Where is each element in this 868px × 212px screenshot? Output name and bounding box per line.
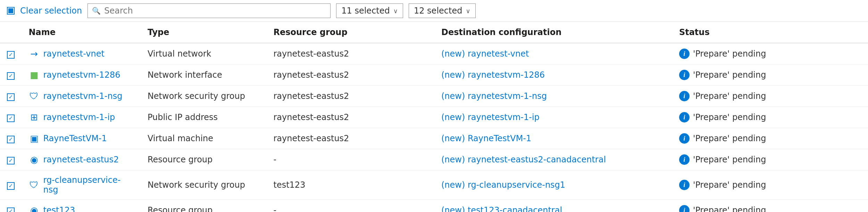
info-icon[interactable]: i xyxy=(679,70,690,80)
resource-group: raynetest-eastus2 xyxy=(267,65,434,86)
destination-config-link[interactable]: (new) raynetestvm-1286 xyxy=(441,70,545,80)
info-icon[interactable]: i xyxy=(679,154,690,165)
resource-name-link[interactable]: test123 xyxy=(43,205,75,212)
row-checkbox[interactable] xyxy=(7,207,15,212)
resource-type: Network interface xyxy=(141,65,267,86)
table-row: ■raynetestvm-1286Network interfaceraynet… xyxy=(0,65,868,86)
resource-type: Network security group xyxy=(141,170,267,200)
resource-name-link[interactable]: raynetestvm-1-nsg xyxy=(43,91,122,101)
destination-config-link[interactable]: (new) raynetest-vnet xyxy=(441,49,529,59)
status-text: 'Prepare' pending xyxy=(693,91,766,101)
destination-config-link[interactable]: (new) raynetestvm-1-nsg xyxy=(441,91,547,101)
destination-config-link[interactable]: (new) raynetestvm-1-ip xyxy=(441,112,540,122)
status-text: 'Prepare' pending xyxy=(693,180,766,190)
info-icon[interactable]: i xyxy=(679,49,690,59)
resource-type: Resource group xyxy=(141,149,267,170)
region-filter-dropdown[interactable]: 12 selected ∨ xyxy=(409,3,476,18)
info-icon[interactable]: i xyxy=(679,180,690,190)
info-icon[interactable]: i xyxy=(679,91,690,101)
status-text: 'Prepare' pending xyxy=(693,134,766,143)
resource-type-icon: ◉ xyxy=(28,154,40,165)
destination-config-link[interactable]: (new) RayneTestVM-1 xyxy=(441,134,531,143)
resource-group: raynetest-eastus2 xyxy=(267,43,434,65)
resource-type-icon: ⊞ xyxy=(28,112,40,123)
info-icon[interactable]: i xyxy=(679,112,690,122)
resource-type-icon: ◉ xyxy=(28,205,40,212)
table-row: 🛡rg-cleanupservice-nsgNetwork security g… xyxy=(0,170,868,200)
table-row: ◉test123Resource group-(new) test123-can… xyxy=(0,200,868,212)
region-filter-label: 12 selected xyxy=(414,6,462,16)
resource-group: raynetest-eastus2 xyxy=(267,107,434,128)
search-box: 🔍 xyxy=(87,3,331,18)
type-filter-label: 11 selected xyxy=(341,6,390,16)
destination-config-link[interactable]: (new) raynetest-eastus2-canadacentral xyxy=(441,155,606,164)
table-row: →raynetest-vnetVirtual networkraynetest-… xyxy=(0,43,868,65)
resource-name-link[interactable]: raynetestvm-1286 xyxy=(43,70,120,80)
toolbar: Clear selection 🔍 11 selected ∨ 12 selec… xyxy=(0,0,868,22)
status-text: 'Prepare' pending xyxy=(693,49,766,59)
resource-type: Resource group xyxy=(141,200,267,212)
chevron-down-icon: ∨ xyxy=(393,7,398,15)
table-row: 🛡raynetestvm-1-nsgNetwork security group… xyxy=(0,86,868,107)
resource-type-icon: → xyxy=(28,48,40,59)
info-icon[interactable]: i xyxy=(679,205,690,212)
row-checkbox[interactable] xyxy=(7,51,15,59)
table-container: Name Type Resource group Destination con… xyxy=(0,22,868,212)
resource-type: Public IP address xyxy=(141,107,267,128)
type-filter-dropdown[interactable]: 11 selected ∨ xyxy=(336,3,403,18)
table-row: ▣RayneTestVM-1Virtual machineraynetest-e… xyxy=(0,128,868,149)
row-checkbox[interactable] xyxy=(7,72,15,80)
destination-config-link[interactable]: (new) rg-cleanupservice-nsg1 xyxy=(441,180,565,190)
table-row: ◉raynetest-eastus2Resource group-(new) r… xyxy=(0,149,868,170)
select-all-checkbox[interactable] xyxy=(7,7,15,15)
info-icon[interactable]: i xyxy=(679,133,690,144)
col-header-type: Type xyxy=(141,22,267,43)
resource-name-link[interactable]: RayneTestVM-1 xyxy=(43,134,107,143)
status-text: 'Prepare' pending xyxy=(693,205,766,212)
resource-name-link[interactable]: raynetest-eastus2 xyxy=(43,155,119,164)
search-icon: 🔍 xyxy=(92,7,101,15)
row-checkbox[interactable] xyxy=(7,136,15,143)
resource-group: - xyxy=(267,149,434,170)
resource-group: - xyxy=(267,200,434,212)
resource-type-icon: ■ xyxy=(28,69,40,80)
destination-config-link[interactable]: (new) test123-canadacentral xyxy=(441,205,562,212)
search-input[interactable] xyxy=(104,6,326,16)
resource-name-link[interactable]: raynetestvm-1-ip xyxy=(43,112,115,122)
status-text: 'Prepare' pending xyxy=(693,70,766,80)
table-header-row: Name Type Resource group Destination con… xyxy=(0,22,868,43)
resource-type-icon: ▣ xyxy=(28,133,40,144)
clear-selection-button[interactable]: Clear selection xyxy=(20,6,82,16)
resource-group: raynetest-eastus2 xyxy=(267,128,434,149)
resource-type: Virtual machine xyxy=(141,128,267,149)
resource-type: Network security group xyxy=(141,86,267,107)
col-header-status: Status xyxy=(672,22,868,43)
col-header-checkbox xyxy=(0,22,22,43)
resources-table: Name Type Resource group Destination con… xyxy=(0,22,868,212)
resource-group: raynetest-eastus2 xyxy=(267,86,434,107)
resource-name-link[interactable]: raynetest-vnet xyxy=(43,49,104,59)
col-header-name: Name xyxy=(22,22,140,43)
row-checkbox[interactable] xyxy=(7,93,15,101)
chevron-down-icon-2: ∨ xyxy=(466,7,470,15)
resource-group: test123 xyxy=(267,170,434,200)
col-header-dest: Destination configuration xyxy=(434,22,672,43)
row-checkbox[interactable] xyxy=(7,157,15,164)
resource-type-icon: 🛡 xyxy=(28,91,40,102)
table-row: ⊞raynetestvm-1-ipPublic IP addressraynet… xyxy=(0,107,868,128)
col-header-rg: Resource group xyxy=(267,22,434,43)
resource-name-link[interactable]: rg-cleanupservice-nsg xyxy=(43,175,133,195)
status-text: 'Prepare' pending xyxy=(693,112,766,122)
row-checkbox[interactable] xyxy=(7,182,15,190)
status-text: 'Prepare' pending xyxy=(693,155,766,164)
resource-type-icon: 🛡 xyxy=(28,179,40,190)
row-checkbox[interactable] xyxy=(7,115,15,122)
resource-type: Virtual network xyxy=(141,43,267,65)
